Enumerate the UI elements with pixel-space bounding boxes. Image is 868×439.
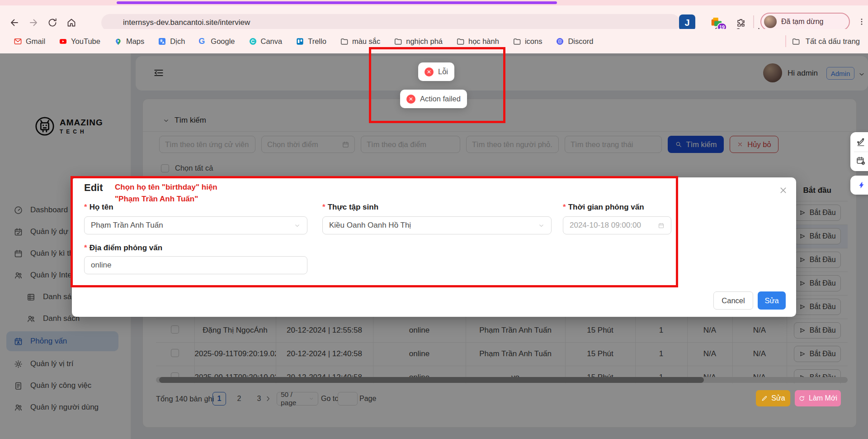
edit-button[interactable]: Sửa bbox=[756, 390, 790, 406]
gmail-icon bbox=[14, 37, 22, 46]
extensions-puzzle-icon[interactable] bbox=[736, 18, 746, 28]
canva-icon bbox=[249, 37, 257, 46]
discord-icon bbox=[556, 37, 564, 46]
extension-j-icon[interactable]: J bbox=[679, 14, 695, 31]
submit-button[interactable]: Sửa bbox=[758, 291, 786, 310]
screen: internsys-dev.bancantoi.site/interview J… bbox=[0, 0, 868, 439]
bookmarks-list: GmailYouTubeMapsDịchGGoogleCanvaTrellomà… bbox=[0, 37, 593, 46]
annotation-rect-modal bbox=[71, 176, 678, 287]
all-bookmarks-label: Tất cả dấu trang bbox=[806, 37, 860, 46]
bookmark-item[interactable]: Gmail bbox=[14, 37, 45, 46]
all-bookmarks[interactable]: Tất cả dấu trang bbox=[785, 29, 860, 53]
bookmark-item[interactable]: icons bbox=[513, 37, 542, 46]
bookmark-item[interactable]: YouTube bbox=[59, 37, 100, 46]
refresh-icon bbox=[798, 395, 805, 402]
annotation-rect-toasts bbox=[369, 47, 505, 123]
calendar-gear-icon[interactable] bbox=[856, 156, 866, 166]
bookmark-label: Maps bbox=[126, 37, 144, 46]
bookmark-label: Trello bbox=[308, 37, 326, 46]
toolbar-divider bbox=[753, 15, 754, 28]
cancel-button[interactable]: Cancel bbox=[713, 291, 753, 310]
youtube-icon bbox=[59, 37, 67, 46]
bookmark-label: màu sắc bbox=[352, 37, 380, 46]
divider bbox=[854, 152, 868, 152]
edit-pencil-icon[interactable] bbox=[856, 137, 866, 147]
tab-group-indicator bbox=[117, 1, 557, 4]
bookmark-label: Discord bbox=[568, 37, 593, 46]
close-icon[interactable] bbox=[778, 186, 788, 195]
refresh-button-label: Làm Mới bbox=[809, 394, 837, 402]
bookmark-label: học hành bbox=[468, 37, 499, 46]
bookmark-item[interactable]: Discord bbox=[556, 37, 593, 46]
google-icon: G bbox=[198, 37, 207, 46]
translate-logo-icon bbox=[158, 37, 166, 46]
url-text[interactable]: internsys-dev.bancantoi.site/interview bbox=[123, 18, 250, 27]
folder-icon bbox=[340, 37, 349, 46]
folder-icon bbox=[394, 37, 402, 46]
maps-pin-icon bbox=[114, 37, 123, 46]
floating-toolbar bbox=[850, 132, 868, 171]
pencil-icon bbox=[761, 395, 768, 402]
floating-logo-button[interactable] bbox=[850, 176, 868, 195]
bookmark-label: YouTube bbox=[71, 37, 100, 46]
bookmark-item[interactable]: nghịch phá bbox=[394, 37, 443, 46]
browser-tab-strip bbox=[0, 0, 868, 5]
edit-button-label: Sửa bbox=[771, 394, 785, 402]
bookmark-item[interactable]: học hành bbox=[456, 37, 499, 46]
bookmark-label: nghịch phá bbox=[406, 37, 443, 46]
bookmark-label: Canva bbox=[261, 37, 283, 46]
back-icon[interactable] bbox=[9, 17, 20, 28]
bookmark-item[interactable]: Maps bbox=[114, 37, 144, 46]
blue-logo-icon bbox=[856, 180, 866, 190]
bookmark-label: Gmail bbox=[26, 37, 45, 46]
folder-icon bbox=[513, 37, 521, 46]
bookmark-item[interactable]: Canva bbox=[249, 37, 283, 46]
trello-icon bbox=[296, 37, 304, 46]
bookmark-item[interactable]: màu sắc bbox=[340, 37, 380, 46]
menu-dots-icon[interactable] bbox=[857, 17, 866, 26]
profile-avatar bbox=[764, 15, 777, 28]
folder-icon bbox=[456, 37, 465, 46]
bookmark-item[interactable]: Trello bbox=[296, 37, 326, 46]
bookmark-label: icons bbox=[525, 37, 542, 46]
forward-icon[interactable] bbox=[28, 17, 39, 28]
bookmarks-divider bbox=[785, 35, 786, 47]
folder-icon bbox=[792, 37, 800, 46]
bookmark-label: Google bbox=[211, 37, 235, 46]
reload-icon[interactable] bbox=[47, 17, 58, 28]
bookmark-item[interactable]: Dịch bbox=[158, 37, 185, 46]
home-icon[interactable] bbox=[66, 17, 77, 28]
bookmark-label: Dịch bbox=[170, 37, 185, 46]
bookmark-item[interactable]: GGoogle bbox=[198, 37, 235, 46]
refresh-button[interactable]: Làm Mới bbox=[795, 390, 841, 406]
browser-toolbar: internsys-dev.bancantoi.site/interview J… bbox=[0, 5, 868, 29]
browser-profile-button[interactable]: Đã tạm dừng bbox=[760, 13, 850, 31]
profile-label: Đã tạm dừng bbox=[781, 18, 823, 26]
